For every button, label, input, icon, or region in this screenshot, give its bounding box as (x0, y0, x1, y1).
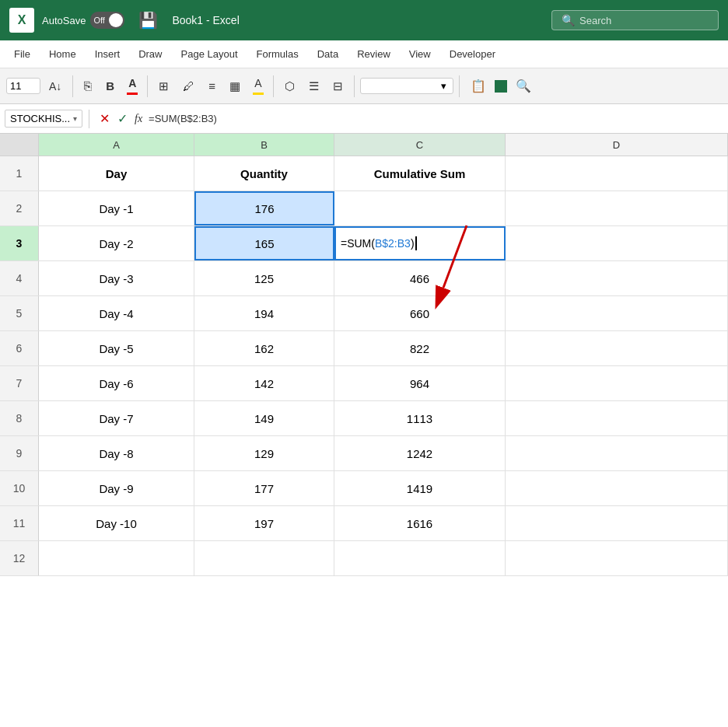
excel-logo: X (9, 8, 34, 33)
cancel-formula-btn[interactable]: ✕ (97, 111, 112, 126)
border-btn[interactable]: ⊞ (153, 76, 174, 96)
cell-a7[interactable]: Day -6 (39, 366, 194, 400)
table-row: 2 Day -1 176 (0, 191, 728, 226)
col-header-b[interactable]: B (194, 134, 334, 156)
cell-c4[interactable]: 466 (334, 261, 506, 295)
cell-d6[interactable] (506, 331, 728, 365)
table-btn[interactable]: ▦ (224, 76, 246, 96)
cell-b12[interactable] (194, 541, 334, 575)
cell-c3[interactable]: =SUM(B$2:B3) (334, 226, 506, 260)
col-header-d[interactable]: D (506, 134, 728, 156)
decrease-font-btn[interactable]: A↓ (44, 77, 67, 96)
search-icon: 🔍 (562, 14, 575, 26)
cell-a1[interactable]: Day (39, 156, 194, 190)
cell-a6[interactable]: Day -5 (39, 331, 194, 365)
cell-a3[interactable]: Day -2 (39, 226, 194, 260)
cell-b1[interactable]: Quantity (194, 156, 334, 190)
ribbon-sep-3 (273, 75, 274, 97)
cell-c10[interactable]: 1419 (334, 471, 506, 505)
cell-d5[interactable] (506, 296, 728, 330)
column-header-row: A B C D (0, 134, 728, 156)
cell-a5[interactable]: Day -4 (39, 296, 194, 330)
cell-c7[interactable]: 964 (334, 366, 506, 400)
cell-b2[interactable]: 176 (194, 191, 334, 225)
cell-b10[interactable]: 177 (194, 471, 334, 505)
cell-d10[interactable] (506, 471, 728, 505)
col-header-c[interactable]: C (334, 134, 506, 156)
menu-page-layout[interactable]: Page Layout (173, 45, 246, 63)
align-center-btn[interactable]: ≡ (203, 76, 221, 96)
font-color-btn[interactable]: A (123, 75, 142, 96)
cell-a12[interactable] (39, 541, 194, 575)
menu-bar: File Home Insert Draw Page Layout Formul… (0, 40, 728, 68)
ribbon-sep-1 (72, 75, 73, 97)
cell-b3[interactable]: 165 (194, 226, 334, 260)
indent-btn[interactable]: ⊟ (327, 76, 348, 96)
cell-d3[interactable] (506, 226, 728, 260)
copy-format-btn[interactable]: ⎘ (79, 76, 97, 96)
autosave-toggle[interactable]: Off (90, 12, 124, 29)
cell-d7[interactable] (506, 366, 728, 400)
cell-a11[interactable]: Day -10 (39, 506, 194, 540)
corner-header (0, 134, 39, 156)
cell-b4[interactable]: 125 (194, 261, 334, 295)
cell-c6[interactable]: 822 (334, 331, 506, 365)
cell-d2[interactable] (506, 191, 728, 225)
name-box[interactable]: STOCKHIS... ▾ (5, 110, 82, 128)
menu-data[interactable]: Data (310, 45, 346, 63)
cell-d9[interactable] (506, 436, 728, 470)
search-box[interactable]: 🔍 Search (551, 10, 719, 30)
cell-c11[interactable]: 1616 (334, 506, 506, 540)
menu-developer[interactable]: Developer (442, 45, 503, 63)
cell-b9[interactable]: 129 (194, 436, 334, 470)
formula-input-area[interactable]: =SUM(B$2:B3) (149, 113, 723, 124)
cell-a10[interactable]: Day -9 (39, 471, 194, 505)
cell-b11[interactable]: 197 (194, 506, 334, 540)
find-btn[interactable]: 🔍 (510, 75, 537, 96)
cell-b8[interactable]: 149 (194, 401, 334, 435)
format-painter-btn[interactable]: 📋 (465, 75, 492, 96)
table-row: 12 (0, 541, 728, 576)
menu-formulas[interactable]: Formulas (249, 45, 306, 63)
menu-file[interactable]: File (6, 45, 38, 63)
cell-style-chevron: ▾ (441, 80, 446, 92)
table-row: 6 Day -5 162 822 (0, 331, 728, 366)
cell-a2[interactable]: Day -1 (39, 191, 194, 225)
confirm-formula-btn[interactable]: ✓ (115, 111, 130, 126)
erase-btn[interactable]: 🖊 (177, 76, 200, 96)
cell-d8[interactable] (506, 401, 728, 435)
grid-body: 1 Day Quantity Cumulative Sum 2 Day -1 1… (0, 156, 728, 727)
align-right-btn[interactable]: ☰ (303, 76, 324, 96)
cell-b7[interactable]: 142 (194, 366, 334, 400)
cell-c12[interactable] (334, 541, 506, 575)
cell-d12[interactable] (506, 541, 728, 575)
cell-c5[interactable]: 660 (334, 296, 506, 330)
menu-review[interactable]: Review (349, 45, 398, 63)
fill-color-btn[interactable]: A (249, 75, 268, 96)
spreadsheet: A B C D 1 Day Quantity Cumulative Sum 2 … (0, 134, 728, 727)
cell-c8[interactable]: 1113 (334, 401, 506, 435)
formula-bar: STOCKHIS... ▾ ✕ ✓ fx =SUM(B$2:B3) (0, 104, 728, 134)
menu-insert[interactable]: Insert (87, 45, 128, 63)
save-button[interactable]: 💾 (138, 11, 158, 30)
cell-a8[interactable]: Day -7 (39, 401, 194, 435)
font-size-input[interactable] (6, 78, 40, 94)
menu-draw[interactable]: Draw (131, 45, 170, 63)
fill-btn[interactable]: ⬡ (279, 76, 300, 96)
bold-btn[interactable]: B (100, 76, 120, 96)
cell-d11[interactable] (506, 506, 728, 540)
menu-view[interactable]: View (401, 45, 439, 63)
cell-c2[interactable] (334, 191, 506, 225)
cell-d1[interactable] (506, 156, 728, 190)
cell-c1[interactable]: Cumulative Sum (334, 156, 506, 190)
cell-style-dropdown[interactable]: ▾ (360, 78, 453, 94)
table-row: 11 Day -10 197 1616 (0, 506, 728, 541)
cell-a4[interactable]: Day -3 (39, 261, 194, 295)
cell-b5[interactable]: 194 (194, 296, 334, 330)
cell-a9[interactable]: Day -8 (39, 436, 194, 470)
cell-b6[interactable]: 162 (194, 331, 334, 365)
col-header-a[interactable]: A (39, 134, 194, 156)
menu-home[interactable]: Home (41, 45, 84, 63)
cell-c9[interactable]: 1242 (334, 436, 506, 470)
cell-d4[interactable] (506, 261, 728, 295)
